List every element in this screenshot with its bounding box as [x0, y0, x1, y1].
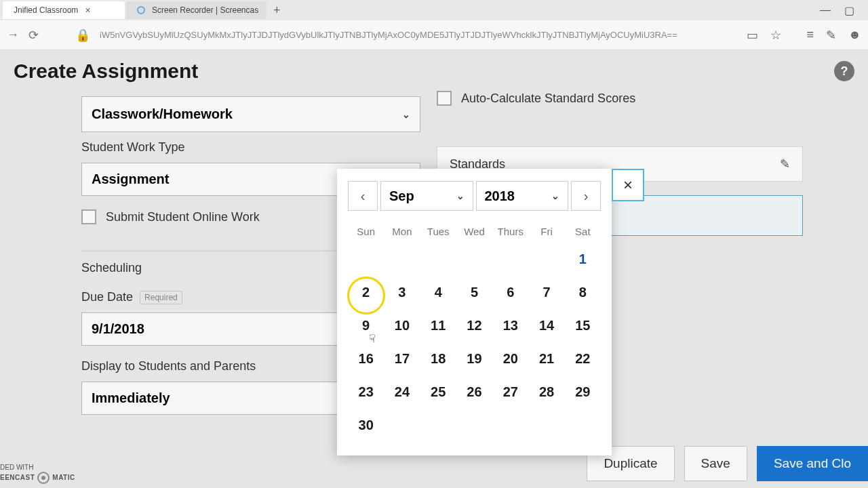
browser-toolbar: → ⟳ 🔒 iW5nVGVybSUyMlUzQSUyMkMxJTlyJTJDJT… — [0, 20, 868, 50]
minimize-icon[interactable]: — — [820, 4, 831, 17]
calendar-day[interactable]: 13 — [492, 309, 528, 342]
prev-month-button[interactable]: ‹ — [348, 181, 378, 211]
address-bar[interactable]: iW5nVGVybSUyMlUzQSUyMkMxJTlyJTJDJTlydGVy… — [100, 30, 737, 40]
day-of-week-label: Sun — [348, 220, 384, 243]
notes-icon[interactable]: ✎ — [826, 28, 836, 43]
browser-tab-active[interactable]: Jnified Classroom × — [3, 1, 125, 19]
chevron-down-icon: ⌄ — [456, 190, 465, 201]
calendar-day[interactable]: 4 — [420, 276, 456, 309]
save-close-button[interactable]: Save and Clo — [757, 446, 868, 481]
calendar-day[interactable]: 19 — [456, 342, 492, 375]
date-picker: × ‹ Sep ⌄ 2018 ⌄ › SunMonTuesWedThursFri… — [337, 169, 612, 455]
calendar-day[interactable]: 17 — [384, 342, 420, 375]
year-value: 2018 — [485, 188, 515, 204]
work-type-label: Student Work Type — [81, 140, 420, 155]
checkbox-icon[interactable] — [437, 91, 452, 106]
menu-icon[interactable]: ≡ — [807, 28, 814, 42]
submit-online-label: Submit Student Online Work — [106, 210, 260, 224]
calendar-day[interactable]: 11 — [420, 309, 456, 342]
auto-calc-row[interactable]: Auto-Calculate Standard Scores — [437, 91, 803, 106]
reload-icon[interactable]: ⟳ — [28, 28, 39, 43]
calendar-day[interactable]: 5 — [456, 276, 492, 309]
calendar-day[interactable]: 15 — [565, 309, 601, 342]
year-select[interactable]: 2018 ⌄ — [476, 181, 569, 211]
category-select[interactable]: Classwork/Homework ⌄ — [81, 96, 420, 132]
calendar-day[interactable]: 7 — [528, 276, 564, 309]
calendar-day[interactable]: 8 — [565, 276, 601, 309]
day-of-week-label: Thurs — [492, 220, 528, 243]
checkbox-icon[interactable] — [81, 209, 96, 224]
calendar-day[interactable]: 21 — [528, 342, 564, 375]
calendar-day[interactable]: 24 — [384, 375, 420, 409]
calendar-day[interactable]: 28 — [528, 375, 564, 409]
save-button[interactable]: Save — [684, 446, 747, 481]
chevron-down-icon: ⌄ — [551, 190, 559, 201]
due-date-value: 9/1/2018 — [92, 321, 144, 336]
calendar-day[interactable]: 26 — [456, 375, 492, 409]
browser-tab[interactable]: Screen Recorder | Screencas — [126, 1, 267, 19]
browser-tab-strip: Jnified Classroom × Screen Recorder | Sc… — [0, 0, 868, 20]
close-button[interactable]: × — [612, 169, 644, 201]
calendar-day[interactable]: 16 — [348, 342, 384, 375]
calendar-day[interactable]: 2 — [348, 276, 384, 309]
due-date-label: Due Date — [81, 290, 133, 304]
display-value: Immediately — [92, 390, 170, 406]
chevron-down-icon: ⌄ — [402, 109, 410, 120]
calendar-grid: SunMonTuesWedThursFriSat1234567891011121… — [348, 220, 601, 442]
calendar-day[interactable]: 23 — [348, 375, 384, 409]
tab-title: Screen Recorder | Screencas — [152, 5, 258, 15]
help-icon[interactable]: ? — [834, 61, 854, 81]
month-value: Sep — [389, 188, 414, 204]
day-of-week-label: Mon — [384, 220, 420, 243]
footer-buttons: Duplicate Save Save and Clo — [587, 439, 868, 488]
calendar-day[interactable]: 27 — [492, 375, 528, 409]
calendar-day[interactable]: 1 — [565, 243, 601, 276]
calendar-day[interactable]: 14 — [528, 309, 564, 342]
required-badge: Required — [140, 291, 182, 304]
profile-icon[interactable]: ☻ — [848, 28, 861, 42]
auto-calc-label: Auto-Calculate Standard Scores — [461, 92, 635, 106]
new-tab-button[interactable]: + — [268, 1, 285, 19]
calendar-day[interactable]: 9 — [348, 309, 384, 342]
page-title: Create Assignment — [14, 60, 198, 83]
tab-favicon — [137, 6, 145, 14]
next-month-button[interactable]: › — [571, 181, 601, 211]
category-value: Classwork/Homework — [92, 106, 233, 122]
forward-icon[interactable]: → — [7, 28, 19, 42]
day-of-week-label: Fri — [528, 220, 564, 243]
calendar-day[interactable]: 18 — [420, 342, 456, 375]
month-select[interactable]: Sep ⌄ — [380, 181, 473, 211]
watermark: DED WITH EENCAST MATIC — [0, 464, 75, 484]
favorite-icon[interactable]: ☆ — [770, 28, 781, 43]
calendar-day[interactable]: 12 — [456, 309, 492, 342]
lock-icon: 🔒 — [75, 28, 90, 43]
day-of-week-label: Tues — [420, 220, 456, 243]
calendar-day[interactable]: 20 — [492, 342, 528, 375]
calendar-day[interactable]: 10 — [384, 309, 420, 342]
calendar-day[interactable]: 6 — [492, 276, 528, 309]
calendar-day[interactable]: 29 — [565, 375, 601, 409]
maximize-icon[interactable]: ▢ — [844, 4, 854, 17]
day-of-week-label: Sat — [565, 220, 601, 243]
work-type-value: Assignment — [92, 171, 169, 187]
reader-icon[interactable]: ▭ — [747, 28, 758, 43]
edit-icon[interactable]: ✎ — [780, 157, 790, 171]
day-of-week-label: Wed — [456, 220, 492, 243]
tab-title: Jnified Classroom — [14, 5, 78, 15]
window-controls: — ▢ — [820, 4, 865, 17]
calendar-day[interactable]: 3 — [384, 276, 420, 309]
calendar-day[interactable]: 30 — [348, 409, 384, 442]
calendar-day[interactable]: 22 — [565, 342, 601, 375]
calendar-day[interactable]: 25 — [420, 375, 456, 409]
close-icon[interactable]: × — [85, 5, 90, 16]
